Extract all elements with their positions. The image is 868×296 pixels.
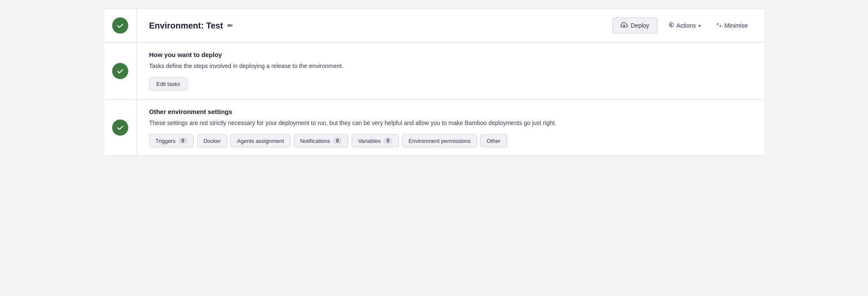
tag-notifications[interactable]: Notifications0 bbox=[294, 134, 349, 147]
other-settings-section: Other environment settings These setting… bbox=[103, 100, 765, 156]
tag-count-badge: 0 bbox=[383, 137, 392, 144]
tag-label: Docker bbox=[203, 138, 221, 144]
deploy-heading: How you want to deploy bbox=[149, 51, 753, 58]
tag-count-badge: 0 bbox=[178, 137, 187, 144]
header-actions-group: Deploy Actions ▾ bbox=[612, 17, 753, 34]
other-description: These settings are not strictly necessar… bbox=[149, 119, 753, 128]
status-check-other bbox=[112, 120, 128, 136]
deploy-label: Deploy bbox=[631, 22, 649, 29]
tag-environment-permissions[interactable]: Environment permissions bbox=[402, 134, 477, 147]
actions-label: Actions bbox=[676, 22, 696, 29]
deploy-description: Tasks define the steps involved in deplo… bbox=[149, 62, 753, 71]
minimise-label: Minimise bbox=[724, 22, 748, 29]
tag-docker[interactable]: Docker bbox=[197, 134, 227, 147]
deploy-icon-col bbox=[103, 43, 137, 99]
env-title-group: Environment: Test ✏ bbox=[149, 21, 233, 31]
edit-tasks-button[interactable]: Edit tasks bbox=[149, 77, 187, 91]
header-content: Environment: Test ✏ Deploy bbox=[137, 10, 765, 41]
other-content: Other environment settings These setting… bbox=[137, 100, 765, 156]
header-section: Environment: Test ✏ Deploy bbox=[103, 9, 765, 43]
deploy-content: How you want to deploy Tasks define the … bbox=[137, 43, 765, 99]
tag-label: Notifications bbox=[300, 138, 330, 144]
tag-label: Agents assignment bbox=[237, 138, 284, 144]
tag-label: Variables bbox=[358, 138, 380, 144]
tag-label: Environment permissions bbox=[409, 138, 471, 144]
deploy-button[interactable]: Deploy bbox=[612, 17, 657, 34]
chevron-down-icon: ▾ bbox=[699, 23, 701, 28]
other-heading: Other environment settings bbox=[149, 108, 753, 115]
deploy-icon bbox=[620, 21, 628, 30]
tag-count-badge: 0 bbox=[333, 137, 342, 144]
status-check-deploy bbox=[112, 63, 128, 79]
edit-title-icon[interactable]: ✏ bbox=[227, 22, 233, 30]
tag-triggers[interactable]: Triggers0 bbox=[149, 134, 194, 147]
tag-variables[interactable]: Variables0 bbox=[352, 134, 399, 147]
tag-label: Triggers bbox=[155, 138, 175, 144]
tag-label: Other bbox=[487, 138, 501, 144]
env-title-text: Environment: Test bbox=[149, 21, 223, 31]
status-check-header bbox=[112, 17, 128, 34]
tag-other[interactable]: Other bbox=[480, 134, 507, 147]
minimise-icon bbox=[716, 22, 722, 29]
deploy-section: How you want to deploy Tasks define the … bbox=[103, 43, 765, 100]
main-card: Environment: Test ✏ Deploy bbox=[103, 9, 765, 156]
gear-icon bbox=[668, 22, 674, 29]
tags-row: Triggers0DockerAgents assignmentNotifica… bbox=[149, 134, 753, 147]
tag-agents-assignment[interactable]: Agents assignment bbox=[231, 134, 290, 147]
actions-button[interactable]: Actions ▾ bbox=[662, 18, 706, 33]
other-icon-col bbox=[103, 100, 137, 156]
header-icon-col bbox=[103, 9, 137, 42]
minimise-button[interactable]: Minimise bbox=[711, 19, 753, 33]
